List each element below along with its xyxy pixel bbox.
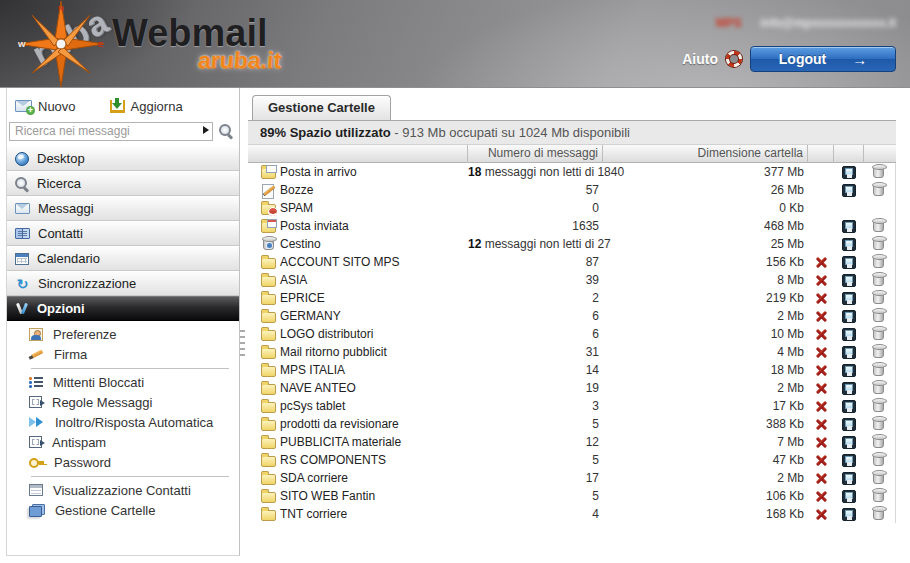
delete-x-icon[interactable] <box>815 382 828 395</box>
save-floppy-icon[interactable] <box>842 364 856 377</box>
submenu-item-password[interactable]: Password <box>7 452 239 472</box>
save-folder-cell[interactable] <box>834 379 864 397</box>
search-options-arrow-icon[interactable] <box>203 126 209 134</box>
empty-folder-cell[interactable] <box>864 469 892 487</box>
delete-folder-cell[interactable] <box>808 415 834 433</box>
delete-x-icon[interactable] <box>815 418 828 431</box>
submenu-item-gestione-cartelle[interactable]: Gestione Cartelle <box>7 500 239 520</box>
trash-icon[interactable] <box>873 310 884 322</box>
trash-icon[interactable] <box>873 166 884 178</box>
empty-folder-cell[interactable] <box>864 343 892 361</box>
save-folder-cell[interactable] <box>834 235 864 253</box>
save-folder-cell[interactable] <box>834 181 864 199</box>
save-folder-cell[interactable] <box>834 451 864 469</box>
empty-folder-cell[interactable] <box>864 451 892 469</box>
delete-x-icon[interactable] <box>815 508 828 521</box>
sidebar-item-contatti[interactable]: Contatti <box>7 221 239 246</box>
save-folder-cell[interactable] <box>834 217 864 235</box>
trash-icon[interactable] <box>873 328 884 340</box>
sidebar-item-calendario[interactable]: Calendario <box>7 246 239 271</box>
empty-folder-cell[interactable] <box>864 181 892 199</box>
delete-x-icon[interactable] <box>815 328 828 341</box>
empty-folder-cell[interactable] <box>864 379 892 397</box>
delete-folder-cell[interactable] <box>808 361 834 379</box>
logout-button[interactable]: Logout → <box>750 46 896 72</box>
lifering-icon[interactable] <box>726 51 742 67</box>
trash-icon[interactable] <box>873 256 884 268</box>
save-floppy-icon[interactable] <box>842 238 856 251</box>
save-floppy-icon[interactable] <box>842 436 856 449</box>
empty-folder-cell[interactable] <box>864 289 892 307</box>
empty-folder-cell[interactable] <box>864 253 892 271</box>
delete-x-icon[interactable] <box>815 400 828 413</box>
delete-x-icon[interactable] <box>815 256 828 269</box>
submenu-item-preferenze[interactable]: Preferenze <box>7 324 239 344</box>
trash-icon[interactable] <box>873 490 884 502</box>
save-floppy-icon[interactable] <box>842 454 856 467</box>
delete-x-icon[interactable] <box>815 346 828 359</box>
save-floppy-icon[interactable] <box>842 292 856 305</box>
refresh-button[interactable]: Aggiorna <box>110 99 183 114</box>
save-floppy-icon[interactable] <box>842 490 856 503</box>
delete-folder-cell[interactable] <box>808 451 834 469</box>
save-floppy-icon[interactable] <box>842 166 856 179</box>
trash-icon[interactable] <box>873 364 884 376</box>
sidebar-item-desktop[interactable]: Desktop <box>7 146 239 171</box>
delete-x-icon[interactable] <box>815 454 828 467</box>
save-floppy-icon[interactable] <box>842 274 856 287</box>
trash-icon[interactable] <box>873 184 884 196</box>
trash-icon[interactable] <box>873 436 884 448</box>
delete-folder-cell[interactable] <box>808 433 834 451</box>
submenu-item-firma[interactable]: Firma <box>7 344 239 364</box>
save-floppy-icon[interactable] <box>842 256 856 269</box>
empty-folder-cell[interactable] <box>864 397 892 415</box>
sidebar-item-opzioni[interactable]: Opzioni <box>7 296 239 321</box>
trash-icon[interactable] <box>873 292 884 304</box>
submenu-item-mittenti-bloccati[interactable]: Mittenti Bloccati <box>7 372 239 392</box>
submenu-item-visualizzazione-contatti[interactable]: Visualizzazione Contatti <box>7 480 239 500</box>
save-folder-cell[interactable] <box>834 469 864 487</box>
delete-folder-cell[interactable] <box>808 307 834 325</box>
save-floppy-icon[interactable] <box>842 328 856 341</box>
empty-folder-cell[interactable] <box>864 325 892 343</box>
save-floppy-icon[interactable] <box>842 508 856 521</box>
delete-x-icon[interactable] <box>815 436 828 449</box>
delete-x-icon[interactable] <box>815 472 828 485</box>
sidebar-item-ricerca[interactable]: Ricerca <box>7 171 239 196</box>
save-folder-cell[interactable] <box>834 325 864 343</box>
save-floppy-icon[interactable] <box>842 418 856 431</box>
sidebar-item-messaggi[interactable]: Messaggi <box>7 196 239 221</box>
save-folder-cell[interactable] <box>834 433 864 451</box>
search-icon[interactable] <box>219 124 233 138</box>
trash-icon[interactable] <box>873 382 884 394</box>
submenu-item-regole-messaggi[interactable]: Regole Messaggi <box>7 392 239 412</box>
delete-folder-cell[interactable] <box>808 487 834 505</box>
trash-icon[interactable] <box>873 400 884 412</box>
empty-folder-cell[interactable] <box>864 487 892 505</box>
save-folder-cell[interactable] <box>834 397 864 415</box>
delete-folder-cell[interactable] <box>808 343 834 361</box>
delete-folder-cell[interactable] <box>808 379 834 397</box>
delete-folder-cell[interactable] <box>808 289 834 307</box>
empty-folder-cell[interactable] <box>864 307 892 325</box>
save-folder-cell[interactable] <box>834 253 864 271</box>
trash-icon[interactable] <box>873 220 884 232</box>
tab-gestione-cartelle[interactable]: Gestione Cartelle <box>252 95 391 120</box>
save-folder-cell[interactable] <box>834 505 864 523</box>
trash-icon[interactable] <box>873 508 884 520</box>
empty-folder-cell[interactable] <box>864 505 892 523</box>
trash-icon[interactable] <box>873 274 884 286</box>
new-message-button[interactable]: Nuovo <box>15 99 76 114</box>
empty-folder-cell[interactable] <box>864 217 892 235</box>
delete-folder-cell[interactable] <box>808 271 834 289</box>
save-floppy-icon[interactable] <box>842 220 856 233</box>
delete-folder-cell[interactable] <box>808 505 834 523</box>
save-floppy-icon[interactable] <box>842 382 856 395</box>
delete-folder-cell[interactable] <box>808 397 834 415</box>
sidebar-item-sincronizzazione[interactable]: ↻Sincronizzazione <box>7 271 239 296</box>
trash-icon[interactable] <box>873 346 884 358</box>
save-folder-cell[interactable] <box>834 361 864 379</box>
save-folder-cell[interactable] <box>834 271 864 289</box>
save-folder-cell[interactable] <box>834 343 864 361</box>
search-input[interactable] <box>9 122 213 141</box>
